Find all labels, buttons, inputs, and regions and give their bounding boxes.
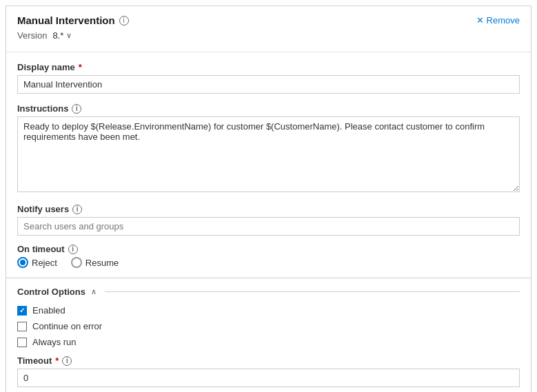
header-left: Manual Intervention i (17, 14, 129, 26)
reject-option[interactable]: Reject (17, 257, 57, 268)
control-options-header: Control Options ∧ (17, 287, 520, 297)
resume-option[interactable]: Resume (71, 257, 119, 268)
instructions-label: Instructions i (17, 103, 520, 114)
resume-label: Resume (85, 258, 119, 268)
version-row: Version 8.* ∨ (17, 30, 520, 41)
remove-x-icon: ✕ (476, 15, 484, 25)
notify-users-label: Notify users i (17, 204, 520, 214)
version-value: 8.* (52, 30, 63, 41)
remove-label: Remove (487, 15, 520, 25)
enabled-label: Enabled (32, 305, 65, 316)
display-name-input[interactable] (17, 75, 520, 94)
instructions-info-icon[interactable]: i (72, 104, 81, 114)
on-timeout-label: On timeout i (17, 244, 520, 254)
panel-header: Manual Intervention i ✕ Remove (17, 14, 520, 26)
always-run-row: Always run (17, 337, 520, 347)
reject-label: Reject (32, 258, 57, 268)
timeout-value-input[interactable] (17, 369, 520, 387)
display-name-label: Display name * (17, 62, 520, 72)
timeout-section: Timeout * i (17, 355, 520, 387)
version-dropdown[interactable]: 8.* ∨ (52, 30, 72, 41)
enabled-checkbox[interactable] (17, 306, 27, 316)
timeout-info-icon[interactable]: i (68, 245, 78, 254)
enabled-row: Enabled (17, 305, 520, 316)
display-name-section: Display name * (17, 62, 520, 94)
top-divider (6, 52, 531, 52)
on-timeout-section: On timeout i Reject Resume (17, 244, 520, 268)
display-name-required: * (79, 62, 82, 72)
timeout-field-info-icon[interactable]: i (62, 356, 72, 366)
version-chevron-icon: ∨ (66, 31, 72, 40)
notify-users-section: Notify users i (17, 204, 520, 236)
reject-radio[interactable] (17, 257, 28, 268)
control-options-title: Control Options (17, 287, 85, 297)
always-run-label: Always run (32, 337, 77, 347)
continue-on-error-label: Continue on error (32, 321, 102, 331)
instructions-section: Instructions i (17, 103, 520, 194)
instructions-textarea[interactable] (17, 116, 520, 192)
timeout-required: * (55, 355, 59, 366)
checkboxes-group: Enabled Continue on error Always run (17, 305, 520, 347)
title-info-icon[interactable]: i (119, 16, 129, 25)
control-options-line (105, 291, 520, 292)
always-run-checkbox[interactable] (17, 338, 27, 347)
remove-button[interactable]: ✕ Remove (476, 15, 520, 25)
continue-on-error-row: Continue on error (17, 321, 520, 331)
notify-info-icon[interactable]: i (72, 205, 82, 214)
timeout-label: Timeout * i (17, 355, 520, 366)
manual-intervention-panel: Manual Intervention i ✕ Remove Version 8… (6, 6, 531, 392)
control-options-collapse-icon[interactable]: ∧ (91, 287, 97, 296)
continue-on-error-checkbox[interactable] (17, 322, 27, 331)
panel-title: Manual Intervention (17, 14, 115, 26)
notify-users-input[interactable] (17, 217, 520, 236)
version-label: Version (17, 30, 47, 41)
timeout-radio-group: Reject Resume (17, 257, 520, 268)
section-divider (6, 278, 531, 278)
resume-radio[interactable] (71, 257, 82, 268)
